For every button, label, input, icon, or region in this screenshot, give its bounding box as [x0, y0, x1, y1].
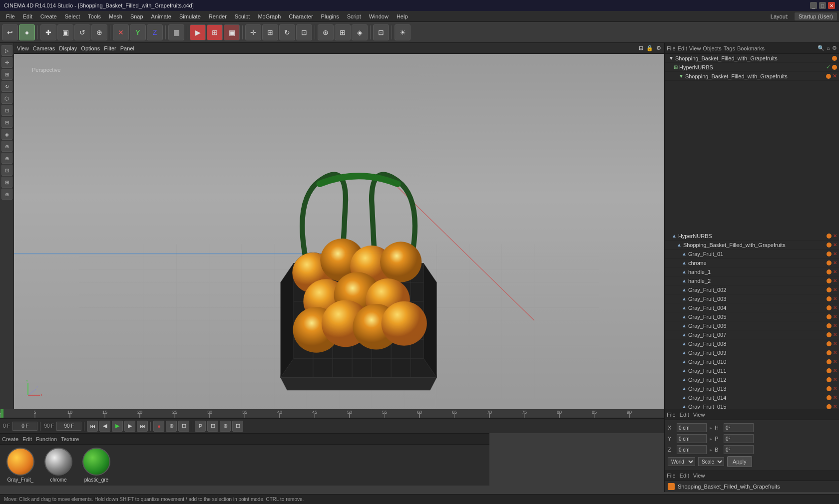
menu-snap[interactable]: Snap: [126, 12, 147, 20]
scene-item-14[interactable]: ▲Gray_Fruit_010✕: [665, 357, 839, 366]
scene-item-8[interactable]: ▲Gray_Fruit_004✕: [665, 303, 839, 312]
menu-sculpt[interactable]: Sculpt: [231, 12, 254, 20]
coord-mode-select[interactable]: WorldObjectLocal: [668, 457, 695, 466]
tl-record[interactable]: ●: [153, 421, 164, 432]
menu-select[interactable]: Select: [61, 12, 84, 20]
toolbar-move[interactable]: ✛: [245, 24, 261, 40]
menu-edit[interactable]: Edit: [19, 12, 36, 20]
menu-animate[interactable]: Animate: [147, 12, 175, 20]
tl-preview[interactable]: P: [195, 421, 206, 432]
scene-icon-settings[interactable]: ⚙: [832, 45, 837, 51]
apply-button[interactable]: Apply: [727, 456, 752, 467]
toolbar-y[interactable]: Y: [130, 24, 146, 40]
toolbar-z[interactable]: Z: [147, 24, 163, 40]
scene-item-basket[interactable]: ▼ Shopping_Basket_Filled_with_Grapefruit…: [665, 72, 839, 81]
maximize-button[interactable]: □: [819, 2, 826, 9]
toolbar-snap[interactable]: ⊛: [318, 24, 334, 40]
lt-rotate[interactable]: ↻: [1, 81, 12, 92]
vp-menu-panel[interactable]: Panel: [120, 45, 134, 51]
lt-edges[interactable]: ⊟: [1, 117, 12, 128]
scene-menu-view[interactable]: View: [689, 45, 701, 51]
scene-item-7[interactable]: ▲Gray_Fruit_003✕: [665, 294, 839, 303]
vp-menu-cameras[interactable]: Cameras: [33, 45, 55, 51]
scene-item-dot-1[interactable]: [827, 243, 832, 248]
toolbar-add[interactable]: ⊕: [91, 24, 107, 40]
toolbar-light[interactable]: ☀: [395, 24, 411, 40]
scene-menu-objects[interactable]: Objects: [703, 45, 721, 51]
scene-item-9[interactable]: ▲Gray_Fruit_005✕: [665, 312, 839, 321]
tl-prev-frame[interactable]: ◀: [99, 421, 110, 432]
scene-item-dot-17[interactable]: [827, 386, 832, 391]
tl-goto-end[interactable]: ⏭: [137, 421, 148, 432]
toolbar-render3[interactable]: ▣: [224, 24, 240, 40]
layout-value[interactable]: Startup (User): [795, 12, 837, 20]
scene-item-2[interactable]: ▲Gray_Fruit_01✕: [665, 250, 839, 258]
scene-item-dot-6[interactable]: [827, 287, 832, 292]
frame-input[interactable]: [12, 422, 37, 431]
scene-item-dot-4[interactable]: [827, 269, 832, 274]
fps-input[interactable]: [56, 422, 81, 431]
toolbar-mode-active[interactable]: ●: [19, 24, 35, 40]
menu-mograph[interactable]: MoGraph: [254, 12, 285, 20]
menu-render[interactable]: Render: [205, 12, 231, 20]
material-swatch-chrome[interactable]: chrome: [41, 448, 76, 483]
minimize-button[interactable]: _: [810, 2, 817, 9]
scene-menu-edit[interactable]: Edit: [678, 45, 687, 51]
coords-menu-file[interactable]: File: [667, 412, 676, 418]
scene-list[interactable]: ▼ Shopping_Basket_Filled_with_Grapefruit…: [665, 54, 839, 232]
coord-scale-select[interactable]: ScaleSize: [698, 457, 724, 466]
scene-item-dot-12[interactable]: [827, 341, 832, 346]
toolbar-render2[interactable]: ⊞: [207, 24, 223, 40]
lt-obj[interactable]: ◈: [1, 129, 12, 140]
coord-b[interactable]: [724, 445, 754, 454]
vp-menu-filter[interactable]: Filter: [104, 45, 116, 51]
lt-scale[interactable]: ⊞: [1, 69, 12, 80]
vp-menu-display[interactable]: Display: [59, 45, 77, 51]
scene-root[interactable]: ▼ Shopping_Basket_Filled_with_Grapefruit…: [665, 54, 839, 63]
vp-maximize[interactable]: ⊞: [639, 45, 643, 51]
mat-menu-texture[interactable]: Texture: [61, 436, 79, 442]
lt-move[interactable]: ✛: [1, 57, 12, 68]
scene-menu-file[interactable]: File: [667, 45, 676, 51]
coord-x-pos[interactable]: [677, 423, 707, 432]
tl-more[interactable]: ⊡: [232, 421, 243, 432]
tl-next-frame[interactable]: ▶: [124, 421, 135, 432]
scene-item-3[interactable]: ▲chrome✕: [665, 258, 839, 267]
lt-paint[interactable]: ⊕: [1, 153, 12, 164]
mat-menu-function[interactable]: Function: [36, 436, 57, 442]
scene-item-11[interactable]: ▲Gray_Fruit_007✕: [665, 330, 839, 339]
scene-item-dot-10[interactable]: [827, 323, 832, 328]
toolbar-grid[interactable]: ⊞: [335, 24, 351, 40]
scene-item-19[interactable]: ▲Gray_Fruit_015✕: [665, 402, 839, 409]
menu-plugins[interactable]: Plugins: [317, 12, 343, 20]
scene-item-1[interactable]: ▲Shopping_Basket_Filled_with_Grapefruits…: [665, 241, 839, 250]
toolbar-rotate[interactable]: ↻: [279, 24, 295, 40]
vp-settings[interactable]: ⚙: [656, 45, 661, 51]
lt-sculpt[interactable]: ⊡: [1, 165, 12, 176]
vp-menu-options[interactable]: Options: [81, 45, 100, 51]
vp-menu-view[interactable]: View: [17, 45, 29, 51]
name-menu-file[interactable]: File: [667, 473, 676, 479]
scene-menu-bookmarks[interactable]: Bookmarks: [737, 45, 765, 51]
viewport-canvas[interactable]: Perspective: [14, 54, 664, 409]
tl-goto-start[interactable]: ⏮: [87, 421, 98, 432]
name-menu-view[interactable]: View: [693, 473, 705, 479]
mat-menu-edit[interactable]: Edit: [22, 436, 32, 442]
scene-item-dot-8[interactable]: [827, 305, 832, 310]
scene-item-dot-9[interactable]: [827, 314, 832, 319]
menu-create[interactable]: Create: [36, 12, 61, 20]
name-color-swatch[interactable]: [668, 483, 675, 490]
toolbar-cube[interactable]: ▣: [57, 24, 73, 40]
tl-record-key[interactable]: ⊡: [178, 421, 189, 432]
toolbar-render[interactable]: ▶: [190, 24, 206, 40]
lt-texture[interactable]: ⊞: [1, 177, 12, 188]
lt-points[interactable]: ⊡: [1, 105, 12, 116]
menu-tools[interactable]: Tools: [84, 12, 105, 20]
close-button[interactable]: ✕: [828, 2, 835, 9]
scene-item-dot-16[interactable]: [827, 377, 832, 382]
scene-item-13[interactable]: ▲Gray_Fruit_009✕: [665, 348, 839, 357]
coord-z-pos[interactable]: [677, 445, 707, 454]
scene-icon-home[interactable]: ⌂: [827, 45, 830, 51]
scene-item-18[interactable]: ▲Gray_Fruit_014✕: [665, 393, 839, 402]
tl-options[interactable]: ⊛: [220, 421, 231, 432]
